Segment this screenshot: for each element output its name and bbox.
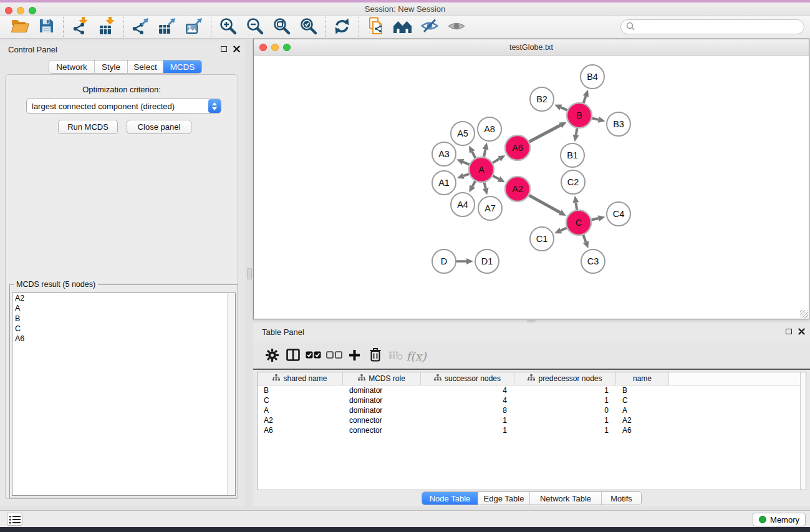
edge-A-A8[interactable] [484, 149, 485, 157]
edge-C-C1[interactable] [561, 228, 567, 230]
cell-name[interactable]: C [616, 395, 669, 405]
edge-A-A4[interactable] [473, 181, 476, 186]
window-resize-grip[interactable] [800, 310, 808, 318]
graph-node-B3[interactable]: B3 [607, 112, 630, 136]
graph-node-A1[interactable]: A1 [432, 171, 456, 195]
cell-shared-name[interactable]: A2 [258, 415, 343, 425]
edge-B-B4[interactable] [584, 96, 586, 103]
graph-node-D[interactable]: D [432, 249, 456, 273]
import-table-button[interactable] [94, 16, 120, 37]
cell-shared-name[interactable]: B [258, 385, 343, 395]
graph-node-D1[interactable]: D1 [475, 249, 499, 273]
cell-successor-nodes[interactable]: 1 [421, 425, 514, 435]
graph-node-A6[interactable]: A6 [505, 135, 530, 160]
tab-motifs[interactable]: Motifs [602, 492, 641, 505]
edge-B-B1[interactable] [576, 128, 577, 135]
table-settings-button[interactable] [262, 345, 282, 367]
cell-name[interactable]: A2 [616, 415, 669, 425]
tab-node-table[interactable]: Node Table [422, 492, 478, 505]
column-header-MCDS-role[interactable]: MCDS role [343, 372, 421, 385]
edge-B-B2[interactable] [561, 107, 567, 110]
column-visibility-button[interactable] [282, 345, 303, 367]
zoom-fit-button[interactable] [268, 16, 295, 37]
cell-shared-name[interactable]: A6 [258, 425, 343, 435]
cell-predecessor-nodes[interactable]: 1 [514, 425, 616, 435]
deselect-all-button[interactable] [324, 345, 344, 367]
cell-shared-name[interactable]: C [258, 395, 343, 405]
cell-name[interactable]: B [616, 385, 669, 395]
tab-mcds[interactable]: MCDS [163, 60, 201, 73]
cell-MCDS-role[interactable]: dominator [343, 385, 421, 395]
zoom-in-button[interactable] [215, 16, 241, 37]
export-table-button[interactable] [154, 16, 181, 37]
graph-node-C1[interactable]: C1 [530, 227, 554, 251]
edge-B-B3[interactable] [592, 118, 598, 120]
horizontal-splitter-grip[interactable] [527, 320, 536, 322]
cell-name[interactable]: A [616, 405, 669, 415]
graph-node-C3[interactable]: C3 [581, 249, 605, 273]
cell-MCDS-role[interactable]: dominator [343, 405, 421, 415]
table-scrollbar[interactable] [800, 372, 806, 490]
cell-successor-nodes[interactable]: 8 [421, 405, 514, 415]
close-panel-button[interactable]: Close panel [127, 120, 191, 134]
task-history-button[interactable] [7, 513, 22, 526]
edge-A-A2[interactable] [493, 176, 499, 179]
cell-successor-nodes[interactable]: 1 [421, 415, 514, 425]
save-session-button[interactable] [33, 16, 60, 37]
criterion-dropdown[interactable]: largest connected component (directed) [26, 99, 221, 114]
edge-A-A6[interactable] [493, 159, 499, 163]
vertical-splitter-grip[interactable] [247, 268, 252, 279]
cell-predecessor-nodes[interactable]: 1 [514, 415, 616, 425]
show-eye-button[interactable] [443, 16, 470, 37]
cell-predecessor-nodes[interactable]: 1 [514, 395, 616, 405]
mcds-result-item[interactable]: A2 [12, 293, 235, 303]
float-table-panel-icon[interactable] [786, 329, 792, 334]
float-panel-icon[interactable] [221, 46, 227, 52]
cell-predecessor-nodes[interactable]: 0 [514, 405, 616, 415]
cell-successor-nodes[interactable]: 4 [421, 385, 514, 395]
refresh-button[interactable] [329, 16, 355, 37]
mcds-result-list[interactable]: A2ABCA6 [12, 293, 236, 496]
edge-A-A1[interactable] [463, 174, 469, 176]
edge-C-C2[interactable] [576, 203, 577, 210]
edge-A-A5[interactable] [472, 152, 475, 158]
graph-node-B2[interactable]: B2 [530, 87, 554, 111]
tab-network-table[interactable]: Network Table [530, 492, 602, 505]
table-row[interactable]: A2connector11A2 [258, 415, 806, 425]
graph-node-A2[interactable]: A2 [505, 177, 530, 201]
mcds-result-item[interactable]: A6 [12, 334, 235, 344]
delete-row-button[interactable] [365, 345, 385, 367]
cell-MCDS-role[interactable]: dominator [343, 395, 421, 405]
graph-node-A7[interactable]: A7 [478, 196, 502, 220]
mcds-result-item[interactable]: B [12, 314, 235, 324]
column-header-name[interactable]: name [616, 372, 669, 385]
graph-node-C4[interactable]: C4 [607, 202, 630, 226]
tab-edge-table[interactable]: Edge Table [478, 492, 530, 505]
table-row[interactable]: Adominator80A [258, 405, 806, 415]
tab-network[interactable]: Network [49, 60, 95, 73]
graph-node-A5[interactable]: A5 [451, 122, 475, 145]
tab-style[interactable]: Style [95, 60, 128, 73]
cell-successor-nodes[interactable]: 4 [421, 395, 514, 405]
column-header-shared-name[interactable]: shared name [258, 372, 343, 385]
graph-node-A8[interactable]: A8 [478, 117, 501, 141]
close-panel-icon[interactable] [233, 46, 240, 52]
export-network-button[interactable] [127, 16, 154, 37]
add-row-button[interactable] [344, 345, 365, 367]
graph-node-A4[interactable]: A4 [451, 193, 475, 216]
cell-MCDS-role[interactable]: connector [343, 415, 421, 425]
mcds-result-item[interactable]: C [12, 324, 235, 334]
select-all-button[interactable] [303, 345, 324, 367]
close-table-panel-icon[interactable] [798, 328, 805, 335]
graph-node-B[interactable]: B [567, 103, 592, 128]
import-network-button[interactable] [67, 16, 94, 37]
graph-node-A[interactable]: A [469, 157, 494, 182]
graph-node-A3[interactable]: A3 [432, 142, 456, 166]
network-canvas[interactable]: B4B2BB3A5A8A6B1A3AC2A1A2A4A7C4CC1C3DD1 [254, 56, 809, 319]
cell-shared-name[interactable]: A [258, 405, 343, 415]
cell-MCDS-role[interactable]: connector [343, 425, 421, 435]
memory-button[interactable]: Memory [753, 513, 806, 526]
run-mcds-button[interactable]: Run MCDS [58, 120, 118, 134]
graph-node-B4[interactable]: B4 [581, 65, 604, 89]
mcds-result-item[interactable]: A [12, 303, 235, 313]
